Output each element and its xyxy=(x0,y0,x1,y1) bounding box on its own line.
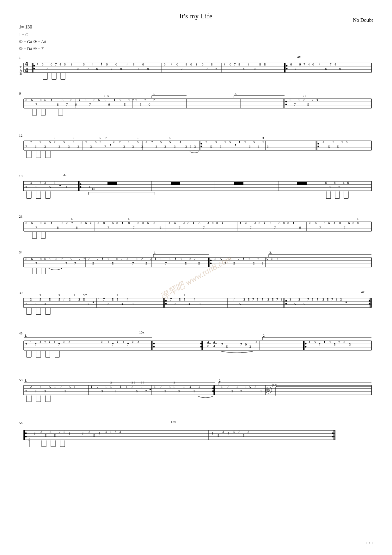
svg-text:7: 7 xyxy=(238,257,240,261)
svg-text:8: 8 xyxy=(103,221,105,225)
svg-text:3: 3 xyxy=(117,294,118,297)
svg-text:4: 4 xyxy=(213,340,215,344)
svg-text:3: 3 xyxy=(30,181,32,184)
svg-text:7: 7 xyxy=(54,140,56,144)
svg-text:1: 1 xyxy=(73,385,75,389)
staff-10: 56 12x 5 𝄽 3 5 xyxy=(19,419,373,457)
svg-text:6: 6 xyxy=(44,221,46,225)
svg-text:3: 3 xyxy=(35,185,37,189)
svg-text:6: 6 xyxy=(142,62,144,66)
svg-text:4: 4 xyxy=(207,221,209,225)
svg-text:1.: 1. xyxy=(25,334,27,337)
svg-text:6: 6 xyxy=(347,181,349,184)
svg-text:5: 5 xyxy=(73,140,75,144)
svg-text:3: 3 xyxy=(132,145,134,148)
svg-text:8: 8 xyxy=(40,257,42,261)
svg-text:5: 5 xyxy=(141,385,143,389)
svg-text:5: 5 xyxy=(128,140,130,144)
svg-text:8: 8 xyxy=(76,226,78,229)
svg-text:6: 6 xyxy=(104,94,105,97)
svg-point-16 xyxy=(34,68,35,70)
svg-rect-280 xyxy=(234,182,243,185)
svg-text:18: 18 xyxy=(19,174,23,178)
svg-point-259 xyxy=(80,184,82,185)
svg-text:7: 7 xyxy=(312,98,314,102)
svg-text:3: 3 xyxy=(50,430,52,433)
svg-text:3: 3 xyxy=(178,389,180,393)
svg-text:7: 7 xyxy=(150,257,152,261)
svg-text:5: 5 xyxy=(229,140,231,144)
svg-text:5: 5 xyxy=(64,430,65,433)
svg-text:7: 7 xyxy=(61,257,63,261)
svg-text:3: 3 xyxy=(35,389,37,393)
svg-point-15 xyxy=(34,65,35,67)
svg-text:3: 3 xyxy=(281,297,283,301)
svg-text:8: 8 xyxy=(212,221,214,225)
svg-text:7: 7 xyxy=(206,67,208,71)
staff-5: 23 𝄽 6 7 4 6 𝄽 8 8 6 6 xyxy=(19,213,373,243)
svg-text:5: 5 xyxy=(69,385,71,389)
svg-text:3: 3 xyxy=(205,140,207,144)
song-title: It's my Life xyxy=(19,13,373,20)
svg-text:3: 3 xyxy=(175,302,176,306)
svg-text:5: 5 xyxy=(49,297,51,301)
svg-text:6: 6 xyxy=(108,103,110,106)
svg-text:5: 5 xyxy=(95,140,97,144)
svg-text:8: 8 xyxy=(259,62,261,66)
svg-text:7: 7 xyxy=(89,103,91,106)
svg-text:7: 7 xyxy=(40,140,41,144)
svg-text:3: 3 xyxy=(262,136,264,140)
svg-text:3: 3 xyxy=(188,302,190,306)
svg-point-260 xyxy=(80,186,82,188)
svg-text:3: 3 xyxy=(105,430,107,433)
svg-text:𝄽: 𝄽 xyxy=(196,63,197,66)
svg-text:7: 7 xyxy=(58,342,60,346)
svg-text:5: 5 xyxy=(58,294,60,297)
svg-text:3: 3 xyxy=(267,145,269,148)
svg-point-585 xyxy=(305,346,307,348)
svg-text:5: 5 xyxy=(49,185,51,189)
svg-text:7: 7 xyxy=(194,257,196,261)
svg-text:7: 7 xyxy=(107,226,109,229)
svg-text:6: 6 xyxy=(44,98,46,102)
svg-text:1: 1 xyxy=(126,385,128,389)
artist-name: No Doubt xyxy=(353,17,373,23)
svg-point-103 xyxy=(285,104,287,105)
svg-point-728 xyxy=(25,436,27,438)
svg-text:7: 7 xyxy=(257,257,259,261)
tab-row-1: 1 4x 4 4 T A B xyxy=(19,54,373,84)
svg-text:8: 8 xyxy=(287,221,289,225)
svg-text:1: 1 xyxy=(199,302,201,306)
svg-text:6: 6 xyxy=(51,62,52,66)
svg-text:4: 4 xyxy=(40,221,42,225)
svg-text:3: 3 xyxy=(44,145,46,148)
svg-text:8: 8 xyxy=(259,221,260,225)
svg-text:5: 5 xyxy=(328,145,330,148)
key-info: 1 = C ① = G# ③ = A# ② = D# ④ = F xyxy=(19,31,373,52)
svg-point-168 xyxy=(201,143,202,145)
svg-text:5: 5 xyxy=(28,438,30,441)
svg-text:4: 4 xyxy=(69,340,70,344)
staff-1: 1 4x 4 4 T A B xyxy=(19,54,373,84)
svg-point-483 xyxy=(285,300,287,302)
svg-point-173 xyxy=(318,143,319,145)
svg-text:4: 4 xyxy=(59,62,61,66)
svg-text:6: 6 xyxy=(98,98,100,102)
svg-text:8: 8 xyxy=(352,221,354,225)
svg-text:5: 5 xyxy=(248,297,250,301)
svg-text:7: 7 xyxy=(170,297,172,301)
svg-text:7: 7 xyxy=(104,145,106,148)
svg-text:4x: 4x xyxy=(63,173,67,177)
svg-text:5: 5 xyxy=(294,302,296,306)
svg-text:6: 6 xyxy=(64,62,66,66)
svg-text:5: 5 xyxy=(49,140,51,144)
svg-rect-279 xyxy=(171,182,180,185)
svg-text:7: 7 xyxy=(107,257,109,261)
svg-text:7: 7 xyxy=(229,257,231,261)
svg-text:5: 5 xyxy=(217,433,219,437)
svg-text:39: 39 xyxy=(19,291,23,295)
svg-text:4: 4 xyxy=(324,221,326,225)
svg-text:8: 8 xyxy=(207,344,209,348)
svg-text:6: 6 xyxy=(147,221,149,225)
svg-text:7: 7 xyxy=(59,430,61,433)
